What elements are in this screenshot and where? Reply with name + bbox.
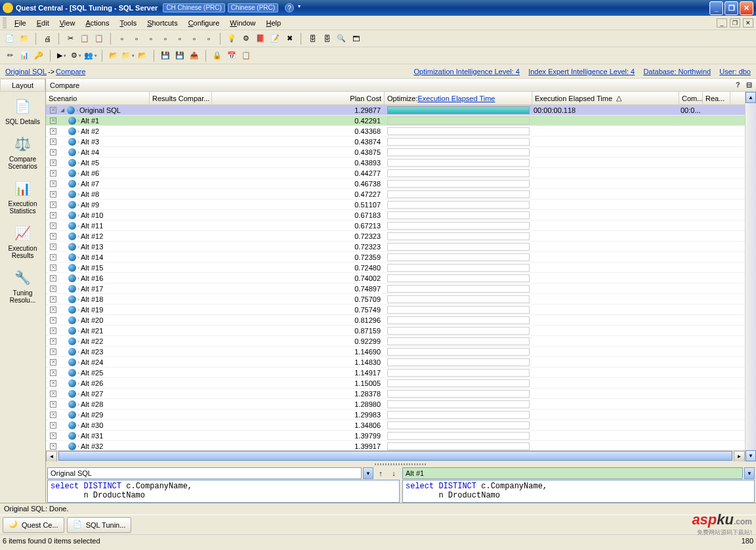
table-row[interactable]: ✕›Alt #210.87159: [46, 326, 745, 336]
menu-configure[interactable]: Configure: [183, 18, 225, 28]
tb-btn7-icon[interactable]: ▫: [203, 33, 215, 45]
delete-row-icon[interactable]: ✕: [50, 233, 56, 240]
tb-cut-icon[interactable]: ✂: [64, 33, 76, 45]
delete-row-icon[interactable]: ✕: [50, 443, 56, 450]
tb2-run-icon[interactable]: ▶: [56, 50, 68, 62]
col-results[interactable]: Results Compar...: [150, 92, 212, 104]
delete-row-icon[interactable]: ✕: [50, 138, 56, 145]
table-row[interactable]: ✕›Alt #160.74002: [46, 273, 745, 284]
tb2-lock-icon[interactable]: 🔒: [211, 50, 223, 62]
table-row[interactable]: ✕◢›Original SQL1.2987700:00:00.11800:0..…: [46, 105, 745, 116]
col-com[interactable]: Com...: [679, 92, 703, 104]
delete-row-icon[interactable]: ✕: [50, 286, 56, 292]
tb2-gear-icon[interactable]: ⚙: [70, 50, 82, 62]
delete-row-icon[interactable]: ✕: [50, 222, 56, 229]
dropdown-button[interactable]: ▼: [363, 467, 373, 479]
table-row[interactable]: ✕›Alt #251.14917: [46, 368, 745, 378]
col-optimize[interactable]: Optimize: Execution Elapsed Time: [385, 92, 532, 104]
table-row[interactable]: ✕›Alt #190.75749: [46, 305, 745, 315]
delete-row-icon[interactable]: ✕: [50, 191, 56, 198]
task-quest-central[interactable]: 🌙Quest Ce...: [3, 517, 64, 533]
table-row[interactable]: ✕›Alt #150.72480: [46, 263, 745, 273]
tb-btn4-icon[interactable]: ▫: [159, 33, 171, 45]
help-button[interactable]: ? ⊟: [736, 81, 752, 89]
scroll-down-button[interactable]: ▼: [746, 450, 756, 461]
grip-icon[interactable]: [3, 18, 7, 28]
delete-row-icon[interactable]: ✕: [50, 170, 56, 177]
tb2-list-icon[interactable]: 📋: [240, 50, 252, 62]
tb-open-icon[interactable]: 📁: [18, 33, 30, 45]
delete-row-icon[interactable]: ✕: [50, 243, 56, 250]
tb-btn3-icon[interactable]: ▫: [145, 33, 157, 45]
delete-row-icon[interactable]: ✕: [50, 317, 56, 324]
delete-row-icon[interactable]: ✕: [50, 380, 56, 387]
table-row[interactable]: ✕›Alt #30.43874: [46, 137, 745, 147]
table-row[interactable]: ✕›Alt #281.28980: [46, 399, 745, 410]
delete-row-icon[interactable]: ✕: [50, 149, 56, 156]
menu-shortcuts[interactable]: Shortcuts: [142, 18, 182, 28]
tb-gear-icon[interactable]: ⚙: [240, 33, 252, 45]
sidebar-item-compare[interactable]: ⚖️ Compare Scenarios: [0, 129, 45, 174]
delete-row-icon[interactable]: ✕: [50, 254, 56, 261]
sidebar-item-execstats[interactable]: 📊 Execution Statistics: [0, 174, 45, 219]
delete-row-icon[interactable]: ✕: [50, 275, 56, 282]
tb2-sql-icon[interactable]: 📊: [18, 50, 30, 62]
tb2-folder1-icon[interactable]: 📂: [108, 50, 119, 62]
tb-db2-icon[interactable]: 🗄: [321, 33, 333, 45]
tb-note-icon[interactable]: 📝: [269, 33, 281, 45]
right-sql-dropdown[interactable]: Alt #1: [402, 467, 743, 479]
menu-file[interactable]: File: [9, 18, 32, 28]
tb-lightbulb-icon[interactable]: 💡: [226, 33, 238, 45]
menu-actions[interactable]: Actions: [80, 18, 114, 28]
scroll-up-button[interactable]: ▲: [746, 92, 756, 103]
breadcrumb-current[interactable]: Compare: [56, 68, 85, 75]
tb2-pencil-icon[interactable]: ✏: [4, 50, 16, 62]
table-row[interactable]: ✕›Alt #200.81296: [46, 315, 745, 326]
tb2-folder2-icon[interactable]: 📁: [122, 50, 134, 62]
h-scrollbar[interactable]: ◄ ►: [46, 450, 745, 461]
link-idx-intel[interactable]: Index Expert Intelligence Level: 4: [528, 68, 635, 75]
left-sql-dropdown[interactable]: Original SQL: [47, 467, 362, 479]
delete-row-icon[interactable]: ✕: [50, 180, 56, 187]
table-row[interactable]: ✕›Alt #60.44277: [46, 168, 745, 179]
delete-row-icon[interactable]: ✕: [50, 201, 56, 208]
table-row[interactable]: ✕›Alt #90.51107: [46, 200, 745, 210]
delete-row-icon[interactable]: ✕: [50, 401, 56, 408]
right-sql-editor[interactable]: select DISTINCT c.CompanyName, n Droduct…: [402, 480, 755, 503]
dropdown-button[interactable]: ▼: [744, 467, 755, 479]
scroll-thumb[interactable]: [58, 451, 732, 461]
delete-row-icon[interactable]: ✕: [50, 433, 56, 439]
link-user[interactable]: User: dbo: [719, 68, 751, 75]
delete-row-icon[interactable]: ✕: [50, 117, 56, 124]
tb-print-icon[interactable]: 🖨: [41, 33, 53, 45]
help-icon[interactable]: ?: [285, 3, 294, 12]
close-button[interactable]: ✕: [740, 1, 753, 15]
delete-row-icon[interactable]: ✕: [50, 422, 56, 429]
tb-btn5-icon[interactable]: ▫: [174, 33, 186, 45]
mdi-minimize-button[interactable]: _: [717, 18, 727, 28]
tb-db1-icon[interactable]: 🗄: [306, 33, 318, 45]
tb-btn1-icon[interactable]: ▫: [116, 33, 128, 45]
dropdown-icon[interactable]: ▾: [298, 3, 301, 12]
v-scrollbar[interactable]: ▲ ▼: [745, 92, 756, 461]
table-row[interactable]: ✕›Alt #311.39799: [46, 431, 745, 441]
table-row[interactable]: ✕›Alt #40.43875: [46, 147, 745, 158]
table-body[interactable]: ✕◢›Original SQL1.2987700:00:00.11800:0..…: [46, 105, 745, 450]
table-row[interactable]: ✕›Alt #241.14830: [46, 357, 745, 368]
mdi-close-button[interactable]: ✕: [743, 18, 753, 28]
col-rea[interactable]: Rea...: [703, 92, 730, 104]
delete-row-icon[interactable]: ✕: [50, 107, 56, 114]
table-row[interactable]: ✕›Alt #180.75709: [46, 294, 745, 305]
left-sql-editor[interactable]: select DISTINCT c.CompanyName, n Droduct…: [47, 480, 400, 503]
table-row[interactable]: ✕›Alt #231.14690: [46, 347, 745, 357]
up-arrow-button[interactable]: ↑: [375, 467, 387, 479]
col-exectime[interactable]: Execution Elapsed Time △: [532, 92, 679, 104]
menu-view[interactable]: View: [54, 18, 81, 28]
table-row[interactable]: ✕›Alt #120.72323: [46, 231, 745, 242]
tb-paste-icon[interactable]: 📋: [93, 33, 105, 45]
table-row[interactable]: ✕›Alt #271.28378: [46, 389, 745, 399]
link-database[interactable]: Database: Northwind: [643, 68, 711, 75]
split-gripper[interactable]: [46, 461, 756, 467]
compare-tab-label[interactable]: Compare: [50, 81, 79, 89]
table-row[interactable]: ✕›Alt #10.42291: [46, 116, 745, 126]
